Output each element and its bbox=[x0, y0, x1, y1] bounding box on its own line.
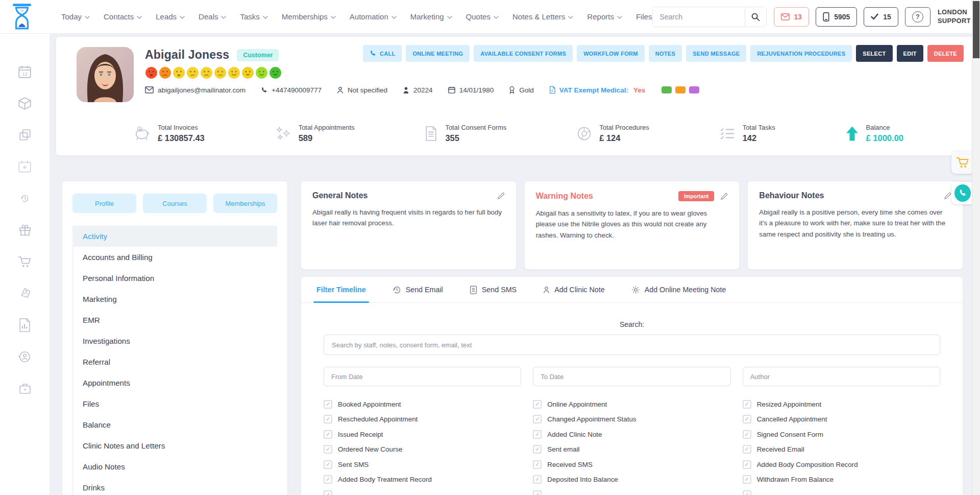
sidebar-item-appointments[interactable]: Appointments bbox=[74, 372, 277, 393]
checkbox[interactable]: ✓ bbox=[743, 490, 751, 495]
nav-item-reports[interactable]: Reports bbox=[587, 12, 622, 21]
sidebar-item-clinic-notes-and-letters[interactable]: Clinic Notes and Letters bbox=[74, 435, 277, 456]
search-button[interactable] bbox=[745, 7, 766, 27]
help-badge-button[interactable]: ? bbox=[905, 7, 930, 27]
nav-item-automation[interactable]: Automation bbox=[350, 12, 397, 21]
sidebar-item-emr[interactable]: EMR bbox=[74, 310, 277, 331]
sidebar-item-personal-information[interactable]: Personal Information bbox=[74, 268, 277, 289]
tab-send-sms[interactable]: Send SMS bbox=[470, 277, 517, 302]
edit-pencil-icon[interactable] bbox=[497, 192, 505, 200]
filter-checkbox-partial[interactable]: ✓ bbox=[324, 490, 521, 495]
page-scrollbar[interactable] bbox=[972, 0, 980, 495]
sidebar-calendar-return-icon[interactable] bbox=[18, 159, 32, 174]
mood-face-4[interactable] bbox=[186, 66, 199, 79]
sidebar-price-tag-icon[interactable] bbox=[18, 286, 32, 300]
available-consent-forms-button[interactable]: AVAILABLE CONSENT FORMS bbox=[474, 45, 573, 62]
messages-badge-button[interactable]: 13 bbox=[774, 7, 810, 27]
filter-checkbox-online-appointment[interactable]: ✓Online Appointment bbox=[533, 399, 730, 409]
tag-chip-2[interactable] bbox=[675, 86, 685, 93]
sidebar-item-marketing[interactable]: Marketing bbox=[74, 289, 277, 310]
filter-checkbox-deposited-into-balance[interactable]: ✓Deposited Into Balance bbox=[533, 475, 730, 484]
tab-add-clinic-note[interactable]: Add Clinic Note bbox=[543, 277, 605, 302]
profile-tab-memberships[interactable]: Memberships bbox=[213, 194, 277, 213]
notes-button[interactable]: NOTES bbox=[649, 45, 682, 62]
checkbox[interactable]: ✓ bbox=[324, 490, 332, 495]
sidebar-package-icon[interactable] bbox=[18, 96, 32, 110]
app-logo-hourglass-icon[interactable] bbox=[12, 3, 32, 31]
filter-checkbox-cancelled-appointment[interactable]: ✓Cancelled Appointment bbox=[743, 415, 940, 424]
sidebar-item-referral[interactable]: Referral bbox=[74, 351, 277, 372]
checkbox[interactable]: ✓ bbox=[533, 460, 542, 469]
sidebar-item-activity[interactable]: Activity bbox=[74, 226, 277, 247]
checkbox[interactable]: ✓ bbox=[533, 400, 542, 409]
sidebar-account-history-icon[interactable] bbox=[18, 349, 32, 364]
rejuvenation-procedures-button[interactable]: REJUVENATION PROCEDURES bbox=[750, 45, 852, 62]
nav-item-quotes[interactable]: Quotes bbox=[466, 12, 499, 21]
sidebar-calendar12-icon[interactable]: 12 bbox=[18, 64, 32, 79]
mood-face-7[interactable] bbox=[228, 66, 240, 79]
sidebar-item-balance[interactable]: Balance bbox=[74, 414, 277, 435]
mood-face-6[interactable] bbox=[214, 66, 227, 79]
from-date-input[interactable] bbox=[324, 367, 521, 386]
checkbox[interactable]: ✓ bbox=[743, 475, 751, 484]
sidebar-history-icon[interactable] bbox=[18, 191, 32, 205]
nav-item-today[interactable]: Today bbox=[61, 12, 90, 21]
filter-checkbox-sent-sms[interactable]: ✓Sent SMS bbox=[324, 460, 521, 469]
nav-item-files[interactable]: Files bbox=[636, 12, 652, 21]
nav-item-memberships[interactable]: Memberships bbox=[282, 12, 336, 21]
filter-checkbox-added-body-composition-record[interactable]: ✓Added Body Composition Record bbox=[743, 460, 940, 469]
tab-add-online-meeting-note[interactable]: Add Online Meeting Note bbox=[631, 277, 726, 302]
call-button[interactable]: CALL bbox=[363, 45, 402, 62]
checkbox[interactable]: ✓ bbox=[533, 490, 542, 495]
floating-cart-button[interactable] bbox=[951, 151, 974, 174]
filter-checkbox-ordered-new-course[interactable]: ✓Ordered New Course bbox=[324, 445, 521, 454]
sidebar-item-investigations[interactable]: Investigations bbox=[74, 331, 277, 351]
profile-tab-profile[interactable]: Profile bbox=[72, 194, 136, 213]
filter-checkbox-partial[interactable]: ✓ bbox=[743, 490, 940, 495]
tab-filter-timeline[interactable]: Filter Timeline bbox=[316, 277, 366, 302]
filter-checkbox-added-body-treatment-record[interactable]: ✓Added Body Treatment Record bbox=[324, 475, 521, 484]
mood-face-2[interactable] bbox=[159, 66, 172, 79]
checkbox[interactable]: ✓ bbox=[324, 400, 332, 409]
mood-face-1[interactable] bbox=[145, 66, 158, 79]
checkbox[interactable]: ✓ bbox=[324, 475, 332, 484]
sidebar-cart-icon[interactable] bbox=[18, 254, 32, 269]
filter-checkbox-received-email[interactable]: ✓Received Email bbox=[743, 445, 940, 454]
edit-button[interactable]: EDIT bbox=[897, 45, 923, 62]
author-input[interactable] bbox=[743, 367, 940, 386]
filter-checkbox-signed-consent-form[interactable]: ✓Signed Consent Form bbox=[743, 430, 940, 439]
nav-item-notes-letters[interactable]: Notes & Letters bbox=[512, 12, 573, 21]
select-button[interactable]: SELECT bbox=[856, 45, 892, 62]
customer-photo[interactable] bbox=[77, 47, 134, 102]
nav-item-contacts[interactable]: Contacts bbox=[104, 12, 142, 21]
checkbox[interactable]: ✓ bbox=[533, 430, 542, 439]
delete-button[interactable]: DELETE bbox=[927, 45, 964, 62]
checkbox[interactable]: ✓ bbox=[324, 430, 332, 439]
nav-item-tasks[interactable]: Tasks bbox=[240, 12, 267, 21]
filter-checkbox-sent-email[interactable]: ✓Sent email bbox=[533, 445, 730, 454]
filter-checkbox-added-clinic-note[interactable]: ✓Added Clinic Note bbox=[533, 430, 730, 439]
workflow-form-button[interactable]: WORKFLOW FORM bbox=[577, 45, 645, 62]
checkbox[interactable]: ✓ bbox=[743, 460, 751, 469]
filter-checkbox-received-sms[interactable]: ✓Received SMS bbox=[533, 460, 730, 469]
nav-item-marketing[interactable]: Marketing bbox=[410, 12, 452, 21]
filter-checkbox-resized-appointment[interactable]: ✓Resized Appointment bbox=[743, 399, 940, 409]
checkbox[interactable]: ✓ bbox=[324, 445, 332, 454]
online-meeting-button[interactable]: ONLINE MEETING bbox=[406, 45, 470, 62]
filter-checkbox-issued-receipt[interactable]: ✓Issued Receipt bbox=[324, 430, 521, 439]
sidebar-item-audio-notes[interactable]: Audio Notes bbox=[74, 456, 277, 477]
to-date-input[interactable] bbox=[533, 367, 730, 386]
edit-pencil-icon[interactable] bbox=[720, 193, 728, 200]
checkbox[interactable]: ✓ bbox=[324, 460, 332, 469]
mood-face-10[interactable] bbox=[269, 66, 282, 79]
global-search-input[interactable] bbox=[653, 7, 745, 27]
mood-face-5[interactable] bbox=[200, 66, 213, 79]
sidebar-gift-icon[interactable] bbox=[18, 223, 32, 237]
sidebar-report-icon[interactable] bbox=[18, 318, 32, 332]
checkbox[interactable]: ✓ bbox=[743, 400, 751, 409]
nav-item-leads[interactable]: Leads bbox=[156, 12, 185, 21]
tag-chip-3[interactable] bbox=[689, 86, 699, 93]
checkbox[interactable]: ✓ bbox=[533, 445, 542, 454]
sidebar-duplicate-icon[interactable] bbox=[18, 128, 32, 142]
filter-checkbox-partial[interactable]: ✓ bbox=[533, 490, 730, 495]
